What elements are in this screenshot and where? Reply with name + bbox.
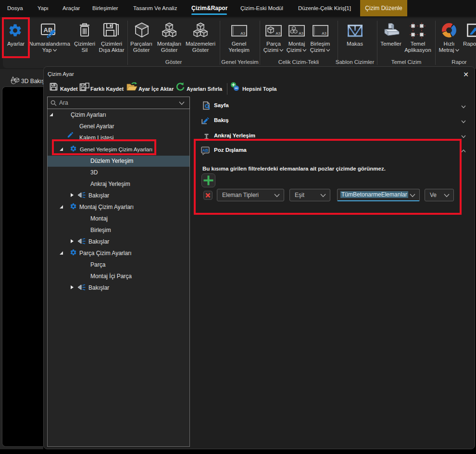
- svg-text:A3: A3: [322, 31, 326, 36]
- svg-text:A3: A3: [299, 31, 303, 36]
- svg-text:A3: A3: [276, 31, 280, 36]
- svg-text:A3: A3: [240, 31, 245, 36]
